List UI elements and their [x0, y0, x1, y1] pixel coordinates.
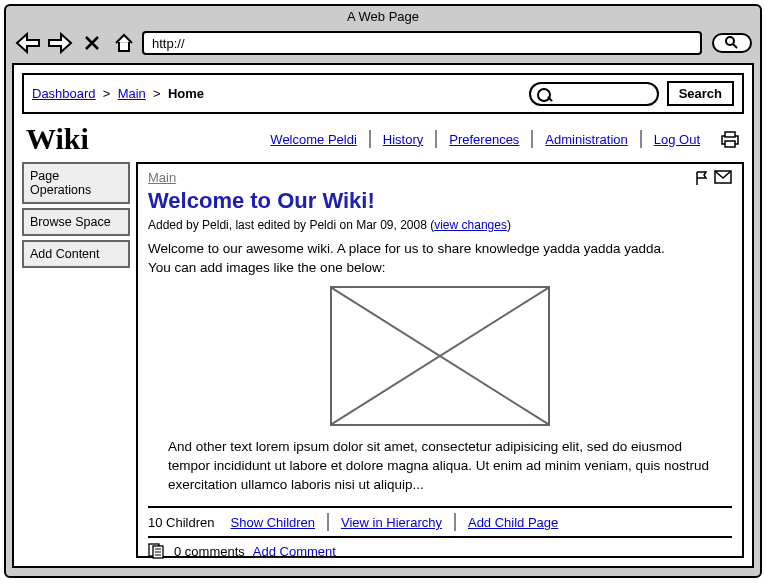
- view-changes-link[interactable]: view changes: [434, 218, 507, 232]
- breadcrumb: Dashboard > Main > Home: [32, 86, 204, 101]
- browser-window: A Web Page Dashboard > Main > Home: [4, 4, 762, 578]
- content-panel: Main Welcome to Our Wiki! Added by Peldi…: [136, 162, 744, 558]
- top-nav: Welcome Peldi History Preferences Admini…: [258, 130, 740, 148]
- svg-rect-3: [725, 141, 735, 147]
- search-input[interactable]: [529, 82, 659, 106]
- search-group: Search: [529, 81, 734, 106]
- forward-button[interactable]: [46, 31, 74, 55]
- nav-history[interactable]: History: [371, 132, 435, 147]
- sidebar-add-content[interactable]: Add Content: [22, 240, 130, 268]
- lorem-text: And other text lorem ipsum dolor sit ame…: [148, 434, 732, 499]
- header-row: Wiki Welcome Peldi History Preferences A…: [14, 122, 752, 162]
- body-row: Page Operations Browse Space Add Content…: [14, 162, 752, 558]
- breadcrumb-main[interactable]: Main: [118, 86, 146, 101]
- add-child-link[interactable]: Add Child Page: [456, 515, 570, 530]
- panel-icons: [694, 170, 732, 186]
- printer-icon[interactable]: [720, 130, 740, 148]
- nav-administration[interactable]: Administration: [533, 132, 639, 147]
- nav-welcome[interactable]: Welcome Peldi: [258, 132, 368, 147]
- view-hierarchy-link[interactable]: View in Hierarchy: [329, 515, 454, 530]
- svg-point-0: [726, 37, 734, 45]
- search-button[interactable]: Search: [667, 81, 734, 106]
- svg-rect-2: [725, 132, 735, 137]
- home-button[interactable]: [110, 31, 138, 55]
- sidebar-browse-space[interactable]: Browse Space: [22, 208, 130, 236]
- mail-icon[interactable]: [714, 170, 732, 186]
- space-link[interactable]: Main: [148, 170, 176, 185]
- page-content: Dashboard > Main > Home Search Wiki Welc…: [12, 63, 754, 568]
- sidebar: Page Operations Browse Space Add Content: [22, 162, 130, 558]
- intro-text-1: Welcome to our awesome wiki. A place for…: [148, 240, 732, 259]
- sidebar-page-operations[interactable]: Page Operations: [22, 162, 130, 204]
- stop-button[interactable]: [78, 31, 106, 55]
- go-button[interactable]: [712, 33, 752, 53]
- add-comment-link[interactable]: Add Comment: [253, 544, 336, 559]
- show-children-link[interactable]: Show Children: [219, 515, 328, 530]
- wiki-logo: Wiki: [26, 122, 89, 156]
- page-title: Welcome to Our Wiki!: [148, 188, 732, 214]
- byline: Added by Peldi, last edited by Peldi on …: [148, 218, 732, 232]
- browser-toolbar: [6, 27, 760, 59]
- nav-preferences[interactable]: Preferences: [437, 132, 531, 147]
- comments-count: 0 comments: [174, 544, 245, 559]
- nav-logout[interactable]: Log Out: [642, 132, 712, 147]
- comments-icon: [148, 543, 166, 559]
- intro-text-2: You can add images like the one below:: [148, 259, 732, 278]
- url-input[interactable]: [142, 31, 702, 55]
- panel-top: Main: [148, 170, 732, 186]
- breadcrumb-dashboard[interactable]: Dashboard: [32, 86, 96, 101]
- children-count: 10 Children: [148, 515, 219, 530]
- flag-icon[interactable]: [694, 170, 710, 186]
- back-button[interactable]: [14, 31, 42, 55]
- breadcrumb-bar: Dashboard > Main > Home Search: [22, 73, 744, 114]
- children-bar: 10 Children Show Children View in Hierar…: [148, 506, 732, 538]
- breadcrumb-home: Home: [168, 86, 204, 101]
- browser-title: A Web Page: [6, 6, 760, 27]
- comments-bar: 0 comments Add Comment: [148, 538, 732, 564]
- image-placeholder: [330, 286, 550, 426]
